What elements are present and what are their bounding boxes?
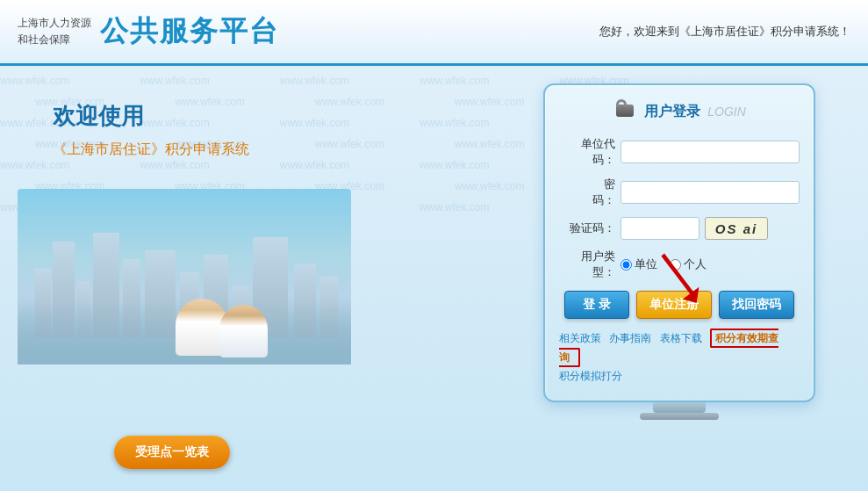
recover-button[interactable]: 找回密码 [719, 291, 794, 319]
unit-code-row: 单位代码： [559, 136, 800, 168]
password-label: 密 码： [559, 177, 621, 208]
captcha-image[interactable]: OS ai [705, 217, 768, 240]
lock-icon [613, 99, 637, 124]
red-arrow-icon [655, 250, 703, 307]
link-guide[interactable]: 办事指南 [609, 332, 651, 344]
user-type-label: 用户类型： [559, 249, 621, 280]
svg-line-0 [663, 255, 693, 295]
welcome-title: 欢迎使用 [53, 101, 249, 132]
links-area: 相关政策 办事指南 表格下载 积分有效期查询 积分模拟打分 [559, 329, 800, 386]
header-logo-small: 上海市人力资源 和社会保障 [18, 15, 91, 48]
left-content: 欢迎使用 《上海市居住证》积分申请系统 [53, 101, 249, 177]
link-simulate[interactable]: 积分模拟打分 [559, 370, 622, 382]
radio-unit-input[interactable] [621, 259, 632, 271]
header-welcome: 您好，欢迎来到《上海市居住证》积分申请系统！ [599, 24, 850, 40]
radio-unit[interactable]: 单位 [621, 256, 657, 272]
city-background [18, 189, 351, 365]
captcha-input[interactable] [621, 217, 699, 240]
monitor-frame: 用户登录 LOGIN 单位代码： 密 码： 验证码： OS ai 用户类 [543, 83, 815, 402]
captcha-label: 验证码： [559, 220, 621, 236]
main-area: www.wfek.comwww.wfek.comwww.wfek.comwww.… [0, 66, 868, 491]
city-image [18, 189, 351, 365]
welcome-subtitle: 《上海市居住证》积分申请系统 [53, 141, 249, 159]
header: 上海市人力资源 和社会保障 公共服务平台 您好，欢迎来到《上海市居住证》积分申请… [0, 0, 868, 66]
login-title-cn: 用户登录 [644, 103, 700, 121]
login-button[interactable]: 登 录 [564, 291, 629, 319]
service-button[interactable]: 受理点一览表 [114, 436, 230, 469]
password-input[interactable] [621, 181, 800, 204]
link-form[interactable]: 表格下载 [660, 332, 702, 344]
login-title-en: LOGIN [707, 105, 746, 119]
link-policy[interactable]: 相关政策 [559, 332, 601, 344]
monitor-stand [653, 402, 706, 413]
captcha-row: 验证码： OS ai [559, 217, 800, 240]
unit-code-input[interactable] [621, 141, 800, 163]
monitor-base [640, 413, 719, 420]
login-header: 用户登录 LOGIN [559, 99, 800, 124]
header-left: 上海市人力资源 和社会保障 公共服务平台 [18, 12, 279, 51]
password-row: 密 码： [559, 177, 800, 208]
header-title: 公共服务平台 [100, 12, 279, 51]
unit-code-label: 单位代码： [559, 136, 621, 168]
